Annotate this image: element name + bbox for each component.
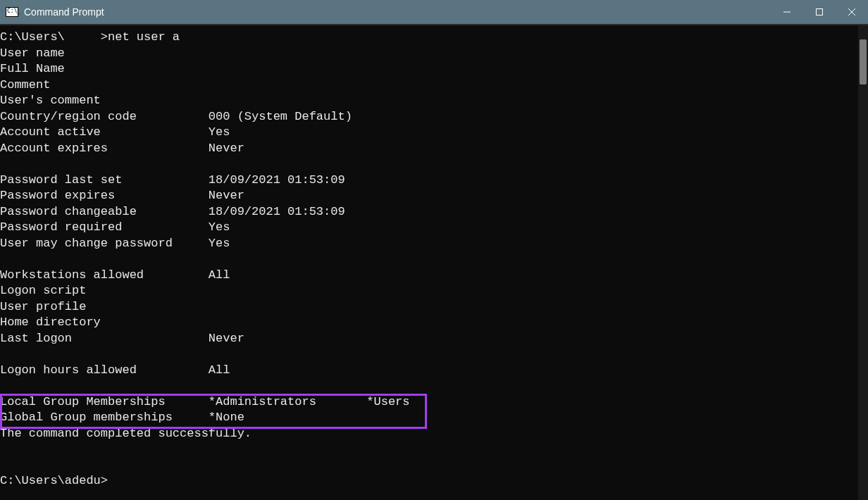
field-line: Global Group memberships *None — [0, 410, 868, 426]
field-line: Account expires Never — [0, 141, 868, 157]
field-line: Home directory — [0, 315, 868, 331]
field-line: Password changeable 18/09/2021 01:53:09 — [0, 204, 868, 220]
field-line: Local Group Memberships *Administrators … — [0, 394, 868, 411]
close-button[interactable] — [836, 0, 868, 24]
blank-line — [0, 251, 868, 268]
field-line: User name — [0, 46, 868, 62]
prompt-line: C:\Users\ >net user a — [0, 30, 868, 46]
field-line: Password last set 18/09/2021 01:53:09 — [0, 173, 868, 189]
field-line: Country/region code 000 (System Default) — [0, 109, 868, 125]
window-title: Command Prompt — [24, 6, 104, 18]
blank-line — [0, 378, 868, 394]
blank-line — [0, 346, 868, 363]
cmd-icon — [6, 7, 18, 17]
field-line: Workstations allowed All — [0, 268, 868, 284]
terminal-output[interactable]: C:\Users\ >net user aUser name Full Name… — [0, 25, 868, 500]
field-line: User may change password Yes — [0, 236, 868, 252]
close-icon — [848, 8, 856, 16]
field-line: Logon script — [0, 283, 868, 299]
scrollbar-thumb[interactable] — [860, 39, 867, 85]
blank-line — [0, 458, 868, 474]
maximize-icon — [815, 8, 824, 16]
field-line: Last logon Never — [0, 331, 868, 347]
svg-rect-1 — [817, 9, 823, 15]
field-line: Comment — [0, 77, 868, 94]
field-line: Password required Yes — [0, 220, 868, 236]
field-line: User's comment — [0, 93, 868, 109]
field-line: User profile — [0, 299, 868, 315]
field-line: Account active Yes — [0, 125, 868, 141]
scrollbar-track[interactable] — [858, 25, 868, 500]
blank-line — [0, 442, 868, 458]
completion-line: The command completed successfully. — [0, 426, 868, 442]
field-line: Logon hours allowed All — [0, 363, 868, 379]
final-prompt: C:\Users\adedu> — [0, 473, 868, 489]
minimize-icon — [783, 8, 791, 16]
field-line: Password expires Never — [0, 188, 868, 204]
maximize-button[interactable] — [803, 0, 836, 24]
field-line: Full Name — [0, 61, 868, 77]
minimize-button[interactable] — [771, 0, 803, 24]
window-titlebar[interactable]: Command Prompt — [0, 0, 868, 24]
blank-line — [0, 156, 868, 173]
